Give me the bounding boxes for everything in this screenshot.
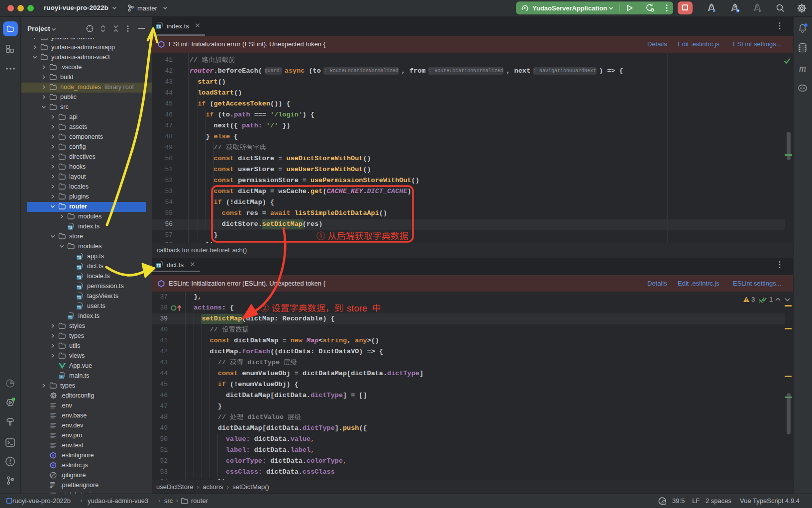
svg-text:TS: TS (157, 264, 161, 267)
svg-text:TS: TS (77, 296, 82, 299)
svg-text:TS: TS (157, 25, 161, 28)
svg-text:TS: TS (77, 286, 82, 289)
svg-text:TS: TS (77, 305, 82, 309)
svg-text:TS: TS (77, 256, 82, 259)
svg-text:TS: TS (77, 266, 82, 269)
svg-text:TS: TS (68, 226, 73, 229)
svg-text:TS: TS (77, 276, 82, 279)
svg-text:TS: TS (59, 375, 64, 379)
svg-text:TS: TS (68, 315, 73, 319)
